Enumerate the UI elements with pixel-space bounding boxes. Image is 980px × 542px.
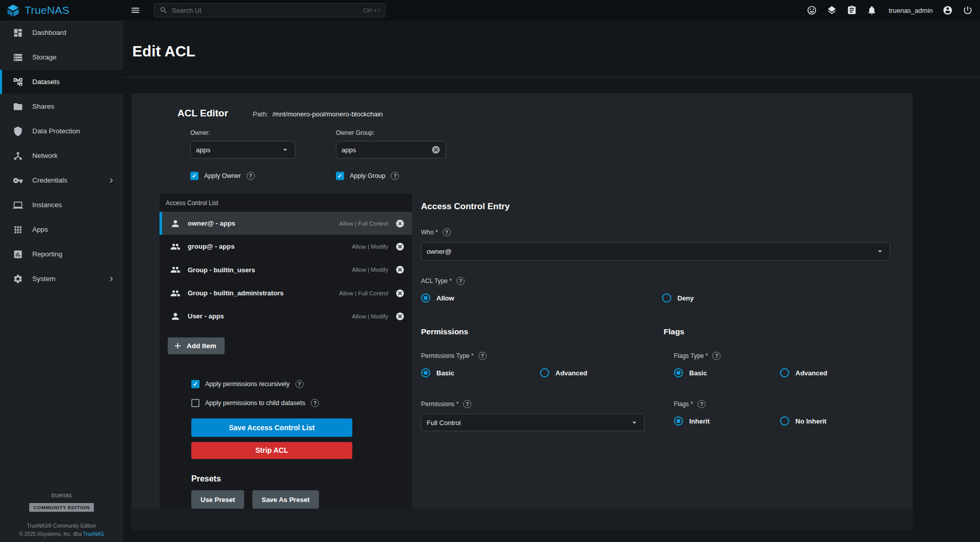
apply-group-checkbox[interactable] <box>336 172 344 180</box>
logged-in-username: truenas_admin <box>889 7 933 14</box>
acl-entry-row-user-apps[interactable]: User - apps Allow | Modify <box>159 305 412 328</box>
search-input[interactable] <box>172 7 359 14</box>
acl-entry-row-group[interactable]: group@ - apps Allow | Modify <box>159 235 412 258</box>
feedback-icon[interactable] <box>807 5 817 15</box>
topbar: TrueNAS Ctrl + / truenas_admin <box>0 0 980 21</box>
sidebar-item-reporting[interactable]: Reporting <box>0 242 123 267</box>
sidebar-item-data-protection[interactable]: Data Protection <box>0 119 123 144</box>
apply-owner-checkbox[interactable] <box>190 172 198 180</box>
save-as-preset-button[interactable]: Save As Preset <box>252 490 318 509</box>
flags-no-inherit-radio[interactable] <box>780 416 789 426</box>
apply-group-label: Apply Group <box>350 172 385 179</box>
acl-type-deny-radio[interactable] <box>662 293 671 303</box>
account-icon[interactable] <box>943 5 953 15</box>
remove-entry-icon[interactable] <box>395 265 405 274</box>
remove-entry-icon[interactable] <box>395 219 405 228</box>
apply-owner-label: Apply Owner <box>204 172 241 179</box>
flags-inherit-radio[interactable] <box>674 416 683 426</box>
sidebar-item-dashboard[interactable]: Dashboard <box>0 21 123 45</box>
owner-group-input[interactable] <box>342 146 427 154</box>
help-icon[interactable]: ? <box>697 400 706 408</box>
power-icon[interactable] <box>963 5 973 15</box>
sidebar-item-storage[interactable]: Storage <box>0 45 123 70</box>
sidebar-item-network[interactable]: Network <box>0 144 123 168</box>
menu-toggle-icon[interactable] <box>130 5 141 15</box>
acl-editor-title: ACL Editor <box>177 108 228 119</box>
apps-icon <box>13 225 23 235</box>
add-item-button[interactable]: Add Item <box>168 337 225 354</box>
flags-section: Flags Flags Type * ? Basic <box>664 327 890 431</box>
acl-list-panel: Access Control List owner@ - apps Allow … <box>159 193 412 509</box>
permissions-type-basic-radio[interactable] <box>421 368 430 377</box>
help-icon[interactable]: ? <box>311 399 319 407</box>
apply-recursively-checkbox[interactable] <box>191 380 199 388</box>
strip-acl-button[interactable]: Strip ACL <box>191 442 352 459</box>
help-icon[interactable]: ? <box>478 352 487 360</box>
sidebar-item-instances[interactable]: Instances <box>0 193 123 217</box>
acl-entry-row-owner[interactable]: owner@ - apps Allow | Full Control <box>159 212 412 235</box>
permissions-select[interactable]: Full Control <box>421 414 645 431</box>
help-icon[interactable]: ? <box>463 400 471 408</box>
datasets-icon <box>13 77 23 87</box>
group-icon <box>170 242 181 252</box>
title-divider <box>123 77 980 77</box>
flags-type-advanced-radio[interactable] <box>780 368 789 377</box>
ace-title: Access Control Entry <box>421 202 890 212</box>
page-title: Edit ACL <box>132 43 980 60</box>
footer-edition-text: TrueNAS® Community Edition <box>27 523 96 529</box>
card-footer <box>131 509 913 530</box>
chevron-down-icon <box>630 418 639 427</box>
help-icon[interactable]: ? <box>247 172 255 180</box>
save-acl-button[interactable]: Save Access Control List <box>191 418 352 436</box>
dashboard-icon <box>13 28 23 38</box>
flags-heading: Flags <box>664 327 890 336</box>
use-preset-button[interactable]: Use Preset <box>191 490 244 509</box>
acl-type-label: ACL Type * <box>421 277 452 285</box>
footer-truenas-link[interactable]: TrueNAS <box>83 531 104 537</box>
chevron-down-icon <box>281 145 290 154</box>
who-select[interactable]: owner@ <box>421 242 890 260</box>
owner-group-field <box>336 141 446 158</box>
apply-child-datasets-checkbox[interactable] <box>191 399 199 407</box>
who-label: Who * <box>421 229 438 236</box>
sidebar-item-system[interactable]: System <box>0 267 123 291</box>
search-shortcut: Ctrl + / <box>363 7 380 13</box>
owner-select[interactable]: apps <box>190 141 295 158</box>
flags-type-basic-radio[interactable] <box>674 368 683 377</box>
truenas-logo[interactable]: TrueNAS <box>6 4 123 17</box>
acl-type-allow-label: Allow <box>436 294 454 302</box>
sidebar: Dashboard Storage Datasets Shares Data P… <box>0 21 123 542</box>
acl-entry-row-builtin-administrators[interactable]: Group - builtin_administrators Allow | F… <box>159 282 412 305</box>
layers-icon[interactable] <box>827 5 837 15</box>
flags-type-label: Flags Type * <box>674 352 708 359</box>
shares-icon <box>13 102 23 112</box>
help-icon[interactable]: ? <box>456 277 465 285</box>
reporting-icon <box>13 249 23 259</box>
owner-label: Owner: <box>190 129 295 136</box>
help-icon[interactable]: ? <box>391 172 399 180</box>
permissions-type-advanced-radio[interactable] <box>540 368 549 377</box>
remove-entry-icon[interactable] <box>395 289 405 298</box>
global-search[interactable]: Ctrl + / <box>154 3 386 17</box>
notifications-icon[interactable] <box>867 5 877 15</box>
clear-icon[interactable] <box>431 145 441 154</box>
help-icon[interactable]: ? <box>295 380 304 388</box>
flags-label: Flags * <box>674 400 693 408</box>
apply-recursively-label: Apply permissions recursively <box>205 380 290 388</box>
permissions-section: Permissions Permissions Type * ? Basic <box>421 327 664 431</box>
person-icon <box>170 218 181 229</box>
sidebar-item-datasets[interactable]: Datasets <box>0 70 123 94</box>
sidebar-item-apps[interactable]: Apps <box>0 217 123 242</box>
acl-type-allow-radio[interactable] <box>421 293 430 303</box>
remove-entry-icon[interactable] <box>395 312 405 321</box>
help-icon[interactable]: ? <box>712 352 721 360</box>
sidebar-item-credentials[interactable]: Credentials <box>0 168 123 193</box>
chevron-down-icon <box>875 247 885 256</box>
help-icon[interactable]: ? <box>443 228 451 236</box>
remove-entry-icon[interactable] <box>395 242 405 251</box>
acl-entry-row-builtin-users[interactable]: Group - builtin_users Allow | Modify <box>159 258 412 282</box>
jobs-icon[interactable] <box>847 5 857 15</box>
permissions-type-label: Permissions Type * <box>421 352 474 359</box>
permissions-heading: Permissions <box>421 327 664 336</box>
sidebar-item-shares[interactable]: Shares <box>0 94 123 119</box>
